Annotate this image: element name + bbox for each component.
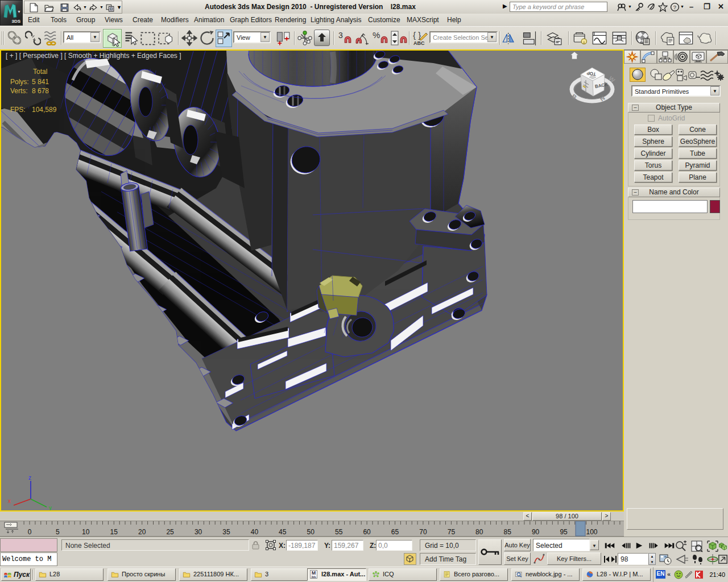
svg-text:85: 85 [504, 528, 512, 536]
svg-text:y: y [49, 505, 52, 510]
svg-text:95: 95 [560, 528, 568, 536]
svg-text:25: 25 [166, 528, 174, 536]
svg-text:z: z [28, 475, 31, 481]
svg-text:20: 20 [138, 528, 146, 536]
svg-text:15: 15 [110, 528, 118, 536]
svg-text:55: 55 [335, 528, 343, 536]
svg-text:70: 70 [419, 528, 427, 536]
svg-text:75: 75 [448, 528, 456, 536]
svg-text:5: 5 [56, 528, 60, 536]
svg-text:10: 10 [82, 528, 90, 536]
svg-text:60: 60 [363, 528, 371, 536]
svg-text:0: 0 [28, 528, 32, 536]
svg-text:65: 65 [391, 528, 399, 536]
svg-text:30: 30 [195, 528, 202, 536]
svg-text:35: 35 [222, 528, 230, 536]
svg-text:x: x [8, 498, 11, 504]
svg-text:100: 100 [586, 528, 597, 536]
svg-text:90: 90 [532, 528, 540, 536]
svg-text:50: 50 [307, 528, 315, 536]
svg-text:80: 80 [475, 528, 483, 536]
svg-text:45: 45 [279, 528, 287, 536]
svg-text:?: ? [673, 4, 676, 10]
svg-text:40: 40 [251, 528, 259, 536]
